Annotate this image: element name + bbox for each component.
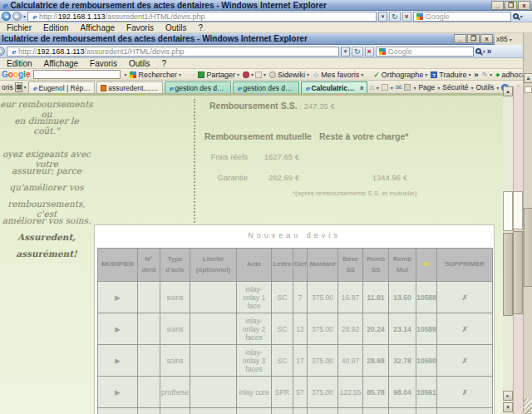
sidebar-quote-line: améliorer vos soins. <box>0 215 93 232</box>
share-button[interactable]: Partager ▾ <box>198 71 239 79</box>
maximize-button[interactable]: ❐ <box>505 1 517 10</box>
cell-montant: 375.00 <box>308 377 338 408</box>
history-dropdown-icon[interactable]: ▾ <box>23 13 26 19</box>
modify-button[interactable]: ▶ <box>98 313 138 345</box>
tab-active[interactable]: eCalculatrice de ...x <box>301 81 367 93</box>
tab-list-dropdown-icon[interactable]: ▾ <box>23 84 26 90</box>
menu-affichage[interactable]: Affichage <box>81 23 116 32</box>
outer-url-field[interactable]: e http://192.168.1.113/assuredent1/HTML/… <box>27 12 377 22</box>
inner-refresh-button[interactable]: ↻ <box>352 47 363 57</box>
inner-scrollbar: ▲ ▸ ▼ <box>503 86 513 414</box>
modify-button[interactable]: ▶ <box>98 408 138 414</box>
mail-icon[interactable]: ✉ <box>396 83 402 91</box>
gbar-overflow-icon[interactable]: » <box>474 71 478 79</box>
close-button[interactable]: x <box>518 1 530 10</box>
tab[interactable]: assuredent.....ass... <box>96 81 163 93</box>
security-menu[interactable]: Sécurité <box>442 83 468 91</box>
forward-button[interactable]: ► <box>12 12 22 21</box>
cell-remb-mut: 32.78 <box>389 345 416 377</box>
menu-outils[interactable]: Outils <box>165 23 187 32</box>
cell-remb-ss: 85.78 <box>363 377 389 408</box>
menu-edition[interactable]: Edition <box>43 23 69 32</box>
window-scroll-seg[interactable] <box>513 191 523 229</box>
delete-button[interactable]: ✗ <box>437 408 493 414</box>
inner-forward-button[interactable]: ► <box>0 47 5 56</box>
outer-menu-bar: Fichier Edition Affichage Favoris Outils… <box>0 22 532 33</box>
sidewiki-button[interactable]: Sidewiki ▾ <box>269 71 309 79</box>
url-dropdown-button[interactable]: ▾ <box>378 12 387 22</box>
tab[interactable]: egestion des données <box>165 81 231 93</box>
favorites-bar-label[interactable]: oris <box>0 83 15 93</box>
google-search-dropdown-icon[interactable]: ▾ <box>124 71 126 77</box>
delete-button[interactable]: ✗ <box>437 282 493 313</box>
toolbar-overflow-icon[interactable]: » <box>487 47 492 56</box>
favorites-button[interactable]: ☆ Mes favoris ▾ <box>313 71 363 79</box>
cell-id: 10589 <box>416 313 437 345</box>
inner-url-dropdown-button[interactable]: ▾ <box>341 47 350 57</box>
feeds-icon[interactable] <box>382 84 388 91</box>
outer-scroll-up-button[interactable]: ▲ <box>524 73 532 83</box>
inner-maximize-button[interactable]: ❐ <box>467 34 480 43</box>
modify-button[interactable]: ▶ <box>98 345 138 377</box>
google-search-button[interactable]: Rechercher ▾ <box>130 71 181 79</box>
scroll-up-button[interactable]: ▲ <box>503 86 513 96</box>
cell-libelle <box>190 313 237 345</box>
cell-base-ss: 28.92 <box>338 313 363 345</box>
home-icon[interactable]: ⌂ <box>369 83 373 91</box>
refresh-button[interactable]: ↻ <box>389 12 401 22</box>
menu-fichier[interactable]: Fichier <box>7 23 32 32</box>
inner-search-options-icon[interactable]: ▾ <box>483 48 485 54</box>
inner-close-button[interactable]: x <box>480 34 493 43</box>
toolbar-extra-icons[interactable]: ▾ ▾ <box>243 71 266 78</box>
inner-menu-favoris[interactable]: Favoris <box>90 59 117 68</box>
search-options-icon[interactable]: ▾ <box>520 13 523 19</box>
inner-minimize-button[interactable]: _ <box>454 34 466 43</box>
inner-search-icon[interactable] <box>475 48 481 54</box>
inner-menu-aide[interactable]: ? <box>161 59 166 68</box>
stop-button[interactable]: × <box>402 12 411 22</box>
tab-close-button[interactable]: x <box>360 84 363 91</box>
resize-grip[interactable] <box>524 399 532 414</box>
modify-button[interactable]: ▶ <box>98 282 138 313</box>
window-scroll-thumb[interactable] <box>513 231 523 314</box>
scroll-thumb-2[interactable] <box>503 233 513 316</box>
translate-button[interactable]: T Traduire ▾ <box>431 71 470 79</box>
delete-button[interactable]: ✗ <box>437 313 493 345</box>
delete-button[interactable]: ✗ <box>437 345 493 377</box>
toolbar-settings-button[interactable]: ✎ ▾ <box>482 71 493 79</box>
outer-scroll-marker[interactable] <box>525 86 532 93</box>
back-button[interactable]: ◄ <box>2 12 11 21</box>
inner-menu-affichage[interactable]: Affichage <box>44 59 79 68</box>
inner-search-box[interactable]: Google <box>376 47 474 57</box>
minimize-button[interactable]: _ <box>491 1 504 10</box>
spellcheck-button[interactable]: ✓ Orthographe ▾ <box>373 71 427 79</box>
scroll-thumb[interactable] <box>503 191 513 231</box>
menu-aide[interactable]: ? <box>198 23 203 32</box>
account-presence-icon: ● <box>495 71 500 79</box>
cell-dent <box>138 282 160 313</box>
print-icon[interactable] <box>404 84 411 91</box>
tab[interactable]: eEugenol | Répons... <box>28 81 95 93</box>
delete-button[interactable]: ✗ <box>437 377 493 408</box>
quick-tabs-button[interactable]: ⊞ <box>15 82 23 92</box>
inner-url-field[interactable]: e http://192.168.1.113/assuredent1/HTML/… <box>7 47 339 57</box>
inner-menu-outils[interactable]: Outils <box>129 59 150 68</box>
google-toolbar-search-input[interactable] <box>33 70 121 79</box>
inner-menu-bar: Edition Affichage Favoris Outils ? <box>0 58 523 69</box>
outer-address-bar: ◄ ► ▾ e http://192.168.1.113/assuredent1… <box>0 11 532 22</box>
search-icon[interactable] <box>513 13 519 19</box>
menu-favoris[interactable]: Favoris <box>126 23 154 32</box>
page-menu[interactable]: Page <box>418 83 435 91</box>
ie-icon: e <box>0 1 10 10</box>
outer-scroll-thumb[interactable] <box>524 208 532 287</box>
modify-button[interactable]: ▶ <box>98 377 138 408</box>
tab[interactable]: egestion des données <box>233 81 299 93</box>
scroll-right-button[interactable]: ▸ <box>503 391 513 401</box>
tools-menu[interactable]: Outils <box>476 83 495 91</box>
outer-search-box[interactable]: Google <box>413 12 511 22</box>
scroll-down-button[interactable]: ▼ <box>503 402 513 412</box>
inner-menu-edition[interactable]: Edition <box>7 59 32 68</box>
inner-stop-button[interactable]: × <box>365 47 374 57</box>
cell-base-ss: 40.97 <box>338 345 363 377</box>
toolbar-misc-icons[interactable]: · · · <box>185 71 195 78</box>
